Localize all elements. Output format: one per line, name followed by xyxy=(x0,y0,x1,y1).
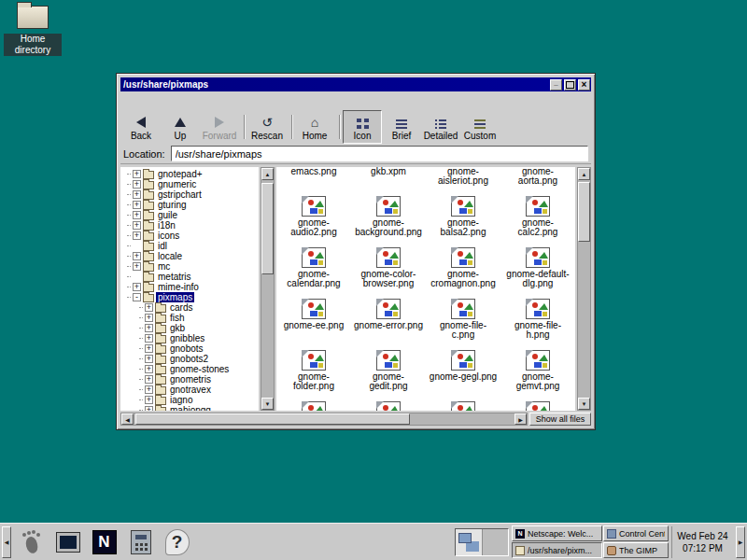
home-directory-desktop-icon[interactable]: Home directory xyxy=(4,6,62,57)
toolbar-button-brief[interactable]: Brief xyxy=(382,110,421,144)
tree-item-gturing[interactable]: + gturing xyxy=(127,200,259,210)
horizontal-scrollbar[interactable]: ◀ ▶ xyxy=(120,413,528,426)
toolbar-button-back[interactable]: Back xyxy=(121,110,161,144)
minimize-button[interactable] xyxy=(550,79,562,91)
tree-expander-icon[interactable]: + xyxy=(133,252,141,260)
tree-item-pixmaps[interactable]: - pixmaps xyxy=(127,292,259,302)
file-gnome-aorta-png[interactable]: gnome-aorta.png xyxy=(500,167,575,196)
file-23[interactable] xyxy=(500,401,575,411)
tree-expander-icon[interactable]: - xyxy=(133,293,141,301)
task-usr-share-pixm[interactable]: /usr/share/pixm... xyxy=(512,542,602,558)
tree-item-gstripchart[interactable]: + gstripchart xyxy=(127,189,259,200)
show-all-files-button[interactable]: Show all files xyxy=(529,413,591,426)
task-control-center[interactable]: Control Center xyxy=(603,525,669,541)
icon-view-scrollbar[interactable]: ▲ ▼ xyxy=(577,167,591,411)
file-gnome-gedit-png[interactable]: gnome-gedit.png xyxy=(351,350,426,401)
menu-file[interactable] xyxy=(123,99,136,103)
toolbar-button-5[interactable] xyxy=(287,110,295,144)
file-gnome-gemvt-png[interactable]: gnome-gemvt.png xyxy=(500,350,575,401)
tree-expander-icon[interactable]: + xyxy=(145,334,153,343)
toolbar-button-up[interactable]: Up xyxy=(161,110,200,144)
tree-expander-icon[interactable]: + xyxy=(145,355,153,363)
panel-hide-right-button[interactable]: ▶ xyxy=(736,526,745,558)
toolbar-button-7[interactable] xyxy=(334,110,343,144)
tree-item-gnotravex[interactable]: + gnotravex xyxy=(139,385,259,395)
file-gnome-folder-png[interactable]: gnome-folder.png xyxy=(276,350,351,401)
toolbar-button-home[interactable]: Home xyxy=(295,110,334,144)
launcher-main-menu[interactable] xyxy=(14,526,49,558)
task-the-gimp[interactable]: The GIMP xyxy=(603,542,669,558)
tree-expander-icon[interactable]: + xyxy=(145,396,153,404)
menu-help[interactable] xyxy=(176,99,189,103)
launcher-keypad[interactable] xyxy=(123,526,158,558)
tree-item-locale[interactable]: + locale xyxy=(127,251,259,261)
tree-expander-icon[interactable]: + xyxy=(145,314,153,322)
file-gnome-gegl-png[interactable]: gnome-gegl.png xyxy=(426,350,500,401)
tree-item-gnibbles[interactable]: + gnibbles xyxy=(139,333,259,343)
file-gnome-balsa2-png[interactable]: gnome-balsa2.png xyxy=(426,196,500,247)
file-20[interactable] xyxy=(276,401,351,411)
tree-item-iagno[interactable]: + iagno xyxy=(139,395,259,405)
tree-expander-icon[interactable]: + xyxy=(133,190,141,199)
toolbar-button-forward[interactable]: Forward xyxy=(200,110,239,144)
tree-expander-icon[interactable]: + xyxy=(133,231,141,240)
file-gnome-calendar-png[interactable]: gnome-calendar.png xyxy=(276,247,351,299)
tree-expander-icon[interactable]: + xyxy=(133,221,141,230)
location-input[interactable] xyxy=(171,146,588,161)
file-gnome-audio2-png[interactable]: gnome-audio2.png xyxy=(276,196,351,247)
tree-item-gkb[interactable]: + gkb xyxy=(139,323,259,333)
file-21[interactable] xyxy=(351,401,426,411)
file-gnome-color-browser-png[interactable]: gnome-color-browser.png xyxy=(351,247,426,299)
tree-item-fish[interactable]: + fish xyxy=(139,313,259,323)
tree-item-mime-info[interactable]: + mime-info xyxy=(127,282,259,292)
tree-item-metatris[interactable]: metatris xyxy=(127,272,259,282)
tree-expander-icon[interactable]: + xyxy=(145,375,153,384)
task-netscape-welc[interactable]: Netscape: Welc... xyxy=(512,525,602,541)
desk-guide-pager[interactable] xyxy=(455,528,509,556)
scroll-up-icon[interactable]: ▲ xyxy=(261,168,274,180)
tree-expander-icon[interactable]: + xyxy=(133,211,141,219)
horizontal-scroll-thumb[interactable] xyxy=(135,413,410,425)
tree-item-gnometris[interactable]: + gnometris xyxy=(139,374,259,385)
tree-item-idl[interactable]: idl xyxy=(127,241,259,251)
launcher-netscape[interactable] xyxy=(87,526,121,558)
pager-desk-2[interactable] xyxy=(482,529,509,555)
launcher-terminal[interactable] xyxy=(50,526,85,558)
file-gnome-default-dlg-png[interactable]: gnome-default-dlg.png xyxy=(500,247,575,299)
tree-item-icons[interactable]: + icons xyxy=(127,231,259,241)
tree-expander-icon[interactable]: + xyxy=(145,344,153,353)
icon-view-scroll-thumb[interactable] xyxy=(578,182,590,242)
file-gnome-aisleriot-png[interactable]: gnome-aisleriot.png xyxy=(426,167,500,196)
window-titlebar[interactable]: /usr/share/pixmaps xyxy=(120,77,591,91)
tree-item-guile[interactable]: + guile xyxy=(127,210,259,220)
file-gnome-file-c-png[interactable]: gnome-file-c.png xyxy=(426,299,500,350)
menu-edit[interactable] xyxy=(136,99,149,103)
panel-hide-left-button[interactable]: ◀ xyxy=(2,526,11,558)
scroll-left-icon[interactable]: ◀ xyxy=(121,413,134,425)
pager-desk-1[interactable] xyxy=(456,529,482,555)
tree-item-gnumeric[interactable]: + gnumeric xyxy=(127,179,259,189)
tree-scrollbar[interactable]: ▲ ▼ xyxy=(261,167,275,411)
close-button[interactable] xyxy=(578,79,590,91)
file-gnome-file-h-png[interactable]: gnome-file-h.png xyxy=(500,299,575,350)
tree-expander-icon[interactable]: + xyxy=(145,365,153,373)
file-gkb-xpm[interactable]: gkb.xpm xyxy=(351,167,426,196)
tree-item-gnobots2[interactable]: + gnobots2 xyxy=(139,354,259,364)
file-22[interactable] xyxy=(426,401,500,411)
tree-expander-icon[interactable]: + xyxy=(133,262,141,271)
tree-expander-icon[interactable]: + xyxy=(133,283,141,291)
tree-item-gnotepad+[interactable]: + gnotepad+ xyxy=(127,169,259,179)
scroll-down-icon[interactable]: ▼ xyxy=(578,398,590,410)
file-gnome-ee-png[interactable]: gnome-ee.png xyxy=(276,299,351,350)
file-gnome-cromagnon-png[interactable]: gnome-cromagnon.png xyxy=(426,247,500,299)
tree-item-cards[interactable]: + cards xyxy=(139,302,259,313)
file-gnome-background-png[interactable]: gnome-background.png xyxy=(351,196,426,247)
maximize-button[interactable] xyxy=(564,79,576,91)
tree-scroll-thumb[interactable] xyxy=(261,183,274,274)
file-emacs-png[interactable]: emacs.png xyxy=(276,167,351,196)
file-gnome-calc2-png[interactable]: gnome-calc2.png xyxy=(500,196,575,247)
scroll-down-icon[interactable]: ▼ xyxy=(261,398,274,410)
toolbar-button-custom[interactable]: Custom xyxy=(460,110,500,144)
tree-item-i18n[interactable]: + i18n xyxy=(127,220,259,231)
launcher-help-browser[interactable] xyxy=(160,526,194,558)
